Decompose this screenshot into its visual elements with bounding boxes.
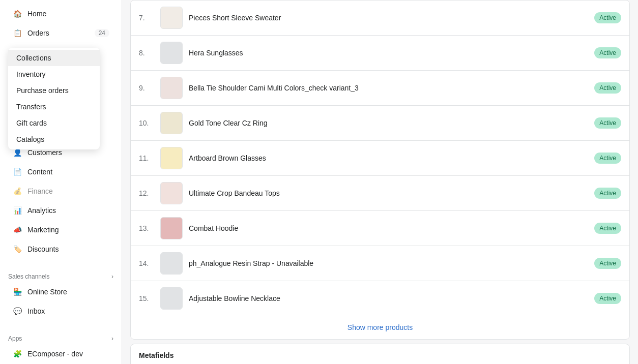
- sidebar-item-analytics[interactable]: 📊 Analytics: [4, 201, 118, 220]
- product-number: 15.: [139, 294, 154, 302]
- product-number: 7.: [139, 14, 154, 22]
- status-badge: Active: [594, 47, 621, 58]
- product-thumbnail: [160, 77, 183, 99]
- table-row[interactable]: 15. Adjustable Bowline Necklace Active: [131, 281, 629, 316]
- sidebar-analytics-label: Analytics: [27, 206, 56, 215]
- product-number: 13.: [139, 224, 154, 232]
- product-thumbnail: [160, 7, 183, 29]
- sidebar-item-finance[interactable]: 💰 Finance: [4, 182, 118, 200]
- product-number: 11.: [139, 154, 154, 162]
- product-number: 9.: [139, 84, 154, 92]
- finance-icon: 💰: [12, 186, 22, 196]
- sidebar-item-orders[interactable]: 📋 Orders 24: [4, 24, 118, 42]
- sales-channels-label: Sales channels: [8, 273, 49, 280]
- sidebar-finance-label: Finance: [27, 187, 53, 195]
- product-thumbnail: [160, 147, 183, 169]
- status-badge: Active: [594, 117, 621, 129]
- ecomposer-icon: 🧩: [12, 349, 22, 359]
- table-row[interactable]: 9. Bella Tie Shoulder Cami Multi Colors_…: [131, 71, 629, 106]
- ecomposer-label: EComposer - dev: [27, 350, 83, 358]
- sales-channels-section: Sales channels ›: [0, 267, 122, 282]
- product-number: 10.: [139, 119, 154, 127]
- table-row[interactable]: 14. ph_Analogue Resin Strap - Unavailabl…: [131, 246, 629, 281]
- apps-label: Apps: [8, 335, 22, 342]
- metafields-card: Metafields list collections 🐾 Collection…: [130, 344, 630, 364]
- discounts-icon: 🏷️: [12, 244, 22, 254]
- product-thumbnail: [160, 182, 183, 204]
- collections-popup-item-inventory[interactable]: Inventory: [8, 66, 100, 82]
- status-badge: Active: [594, 258, 621, 269]
- collections-popup: Collections Inventory Purchase orders Tr…: [8, 48, 100, 149]
- product-name: Adjustable Bowline Necklace: [189, 294, 588, 302]
- product-thumbnail: [160, 112, 183, 134]
- metafields-title: Metafields: [131, 344, 629, 364]
- product-name: Gold Tone Clear Cz Ring: [189, 119, 588, 127]
- sidebar-marketing-label: Marketing: [27, 226, 59, 234]
- sales-channels-chevron-icon[interactable]: ›: [111, 273, 113, 280]
- product-name: Hera Sunglasses: [189, 49, 588, 57]
- status-badge: Active: [594, 82, 621, 94]
- scroll-container[interactable]: 7. Pieces Short Sleeve Sweater Active 8.…: [122, 0, 638, 364]
- sidebar-item-online-store[interactable]: 🏪 Online Store: [4, 283, 118, 301]
- apps-section: Apps ›: [0, 329, 122, 344]
- status-badge: Active: [594, 188, 621, 199]
- product-thumbnail: [160, 42, 183, 64]
- inbox-label: Inbox: [27, 307, 45, 315]
- product-name: ph_Analogue Resin Strap - Unavailable: [189, 259, 588, 267]
- main-content: 7. Pieces Short Sleeve Sweater Active 8.…: [122, 0, 638, 364]
- sidebar-item-label: Home: [27, 10, 46, 18]
- apps-chevron-icon[interactable]: ›: [111, 335, 113, 342]
- table-row[interactable]: 12. Ultimate Crop Bandeau Tops Active: [131, 176, 629, 211]
- collections-popup-item-catalogs[interactable]: Catalogs: [8, 131, 100, 147]
- sidebar-discounts-label: Discounts: [27, 245, 59, 253]
- table-row[interactable]: 10. Gold Tone Clear Cz Ring Active: [131, 106, 629, 141]
- sidebar-item-discounts[interactable]: 🏷️ Discounts: [4, 240, 118, 258]
- collections-popup-item-collections[interactable]: Collections: [8, 50, 100, 66]
- sidebar-item-home[interactable]: 🏠 Home: [4, 5, 118, 23]
- product-name: Ultimate Crop Bandeau Tops: [189, 189, 588, 197]
- table-row[interactable]: 13. Combat Hoodie Active: [131, 211, 629, 246]
- product-number: 12.: [139, 189, 154, 197]
- table-row[interactable]: 11. Artboard Brown Glasses Active: [131, 141, 629, 176]
- analytics-icon: 📊: [12, 205, 22, 216]
- home-icon: 🏠: [12, 9, 22, 19]
- sidebar-customers-label: Customers: [27, 148, 62, 157]
- orders-badge: 24: [95, 29, 109, 37]
- sidebar-item-content[interactable]: 📄 Content: [4, 163, 118, 181]
- product-list-card: 7. Pieces Short Sleeve Sweater Active 8.…: [130, 0, 630, 340]
- product-number: 14.: [139, 259, 154, 267]
- sidebar-content-label: Content: [27, 168, 52, 176]
- show-more-section: Show more products: [131, 316, 629, 339]
- sidebar-item-inbox[interactable]: 💬 Inbox: [4, 302, 118, 320]
- table-row[interactable]: 8. Hera Sunglasses Active: [131, 36, 629, 71]
- product-name: Bella Tie Shoulder Cami Multi Colors_che…: [189, 84, 588, 92]
- status-badge: Active: [594, 153, 621, 164]
- product-thumbnail: [160, 252, 183, 275]
- product-thumbnail: [160, 287, 183, 310]
- sidebar-item-marketing[interactable]: 📣 Marketing: [4, 221, 118, 239]
- product-name: Combat Hoodie: [189, 224, 588, 232]
- inbox-icon: 💬: [12, 306, 22, 316]
- product-name: Pieces Short Sleeve Sweater: [189, 14, 588, 22]
- show-more-link[interactable]: Show more products: [347, 323, 413, 331]
- table-row[interactable]: 7. Pieces Short Sleeve Sweater Active: [131, 1, 629, 36]
- collections-popup-item-purchase-orders[interactable]: Purchase orders: [8, 82, 100, 99]
- online-store-label: Online Store: [27, 288, 67, 296]
- product-name: Artboard Brown Glasses: [189, 154, 588, 162]
- marketing-icon: 📣: [12, 225, 22, 235]
- sidebar-orders-label: Orders: [27, 29, 49, 37]
- status-badge: Active: [594, 223, 621, 234]
- content-icon: 📄: [12, 167, 22, 177]
- product-number: 8.: [139, 49, 154, 57]
- sidebar: 🏠 Home 📋 Orders 24 🛍️ Products Collectio…: [0, 0, 122, 364]
- status-badge: Active: [594, 293, 621, 304]
- collections-popup-item-gift-cards[interactable]: Gift cards: [8, 115, 100, 131]
- online-store-icon: 🏪: [12, 287, 22, 297]
- product-thumbnail: [160, 217, 183, 239]
- collections-popup-item-transfers[interactable]: Transfers: [8, 99, 100, 115]
- sidebar-item-ecomposer[interactable]: 🧩 EComposer - dev: [4, 345, 118, 363]
- orders-icon: 📋: [12, 28, 22, 38]
- status-badge: Active: [594, 12, 621, 23]
